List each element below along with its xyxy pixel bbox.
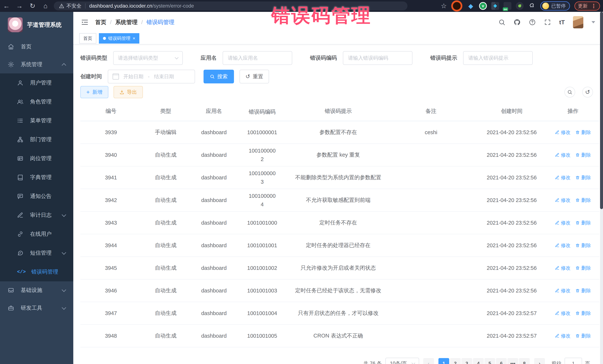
extension-grid-icon[interactable] [491, 2, 499, 10]
error-type-select[interactable]: 请选择错误码类型 [113, 51, 183, 65]
browser-update-button[interactable]: 更新 ⋮ [574, 1, 600, 11]
scrollbar-thumb[interactable] [600, 12, 603, 209]
extension-green-icon[interactable]: v [479, 2, 487, 10]
next-page-button[interactable]: › [534, 358, 545, 364]
edit-link[interactable]: 修改 [555, 129, 570, 136]
export-button[interactable]: 导出 [114, 86, 143, 98]
sidebar-item-roles[interactable]: 角色管理 [0, 92, 73, 111]
delete-link[interactable]: 删除 [575, 265, 591, 271]
security-label: 不安全 [66, 3, 81, 9]
fullscreen-icon[interactable] [544, 19, 551, 26]
edit-link[interactable]: 修改 [555, 265, 570, 271]
cell-code: 1001001003 [238, 286, 286, 295]
bookmark-star-icon[interactable]: ☆ [441, 2, 447, 10]
search-icon[interactable] [498, 19, 505, 26]
table-row: 3948 自动生成 dashboard 1001001005 CRON 表达式不… [80, 325, 599, 347]
tag-close-icon[interactable]: × [133, 36, 135, 41]
sidebar-item-online-users[interactable]: 在线用户 [0, 225, 73, 243]
sidebar-item-home[interactable]: 首页 [0, 38, 73, 55]
error-hint-input[interactable] [468, 55, 528, 61]
sidebar-item-audit-log[interactable]: 审计日志 [0, 206, 73, 225]
font-size-icon[interactable]: tT [559, 19, 565, 26]
page-button[interactable]: 1 [439, 358, 449, 364]
help-icon[interactable] [529, 19, 536, 26]
search-button[interactable]: 搜索 [204, 70, 234, 83]
error-hint-label: 错误码提示 [430, 54, 457, 62]
user-avatar[interactable] [573, 16, 583, 28]
sidebar-item-sms[interactable]: 短信管理 [0, 243, 73, 263]
refresh-table-button[interactable]: ↺ [582, 87, 593, 98]
delete-link[interactable]: 删除 [575, 174, 591, 181]
home-icon[interactable]: ⌂ [39, 0, 52, 12]
sidebar-item-dicts[interactable]: 字典管理 [0, 168, 73, 187]
collapse-sidebar-icon[interactable] [81, 19, 89, 26]
edit-link[interactable]: 修改 [555, 333, 570, 339]
profile-paused-badge[interactable]: 已暂停 [540, 1, 570, 11]
sidebar-item-error-code[interactable]: </> 错误码管理 [0, 263, 73, 281]
reload-icon[interactable]: ↻ [26, 0, 39, 12]
page-button[interactable]: 8 [519, 358, 530, 364]
back-icon[interactable]: ← [0, 0, 13, 12]
extension-gem-icon[interactable]: ◆ [467, 2, 475, 10]
pencil-icon [555, 175, 559, 180]
delete-link[interactable]: 删除 [575, 287, 591, 294]
page-button[interactable]: 3 [462, 358, 472, 364]
page-size-select[interactable]: 10条/页 [385, 358, 419, 364]
kebab-menu-icon[interactable]: ⋮ [591, 3, 596, 9]
goto-page-input[interactable] [565, 358, 582, 364]
toggle-search-button[interactable] [564, 87, 575, 98]
page-button[interactable]: 5 [485, 358, 495, 364]
edit-link[interactable]: 修改 [555, 220, 570, 226]
delete-link[interactable]: 删除 [575, 333, 591, 339]
breadcrumb-home[interactable]: 首页 [95, 19, 106, 26]
edit-link[interactable]: 修改 [555, 152, 570, 158]
sidebar-item-system[interactable]: 系统管理 [0, 55, 73, 73]
github-icon[interactable] [514, 19, 521, 26]
edit-link[interactable]: 修改 [555, 197, 570, 203]
reset-button[interactable]: ↺ 重置 [240, 70, 269, 83]
sidebar-item-menus[interactable]: 菜单管理 [0, 111, 73, 130]
prev-page-button[interactable]: ‹ [423, 358, 434, 364]
app-name-input[interactable] [227, 55, 287, 61]
forward-icon[interactable]: → [13, 0, 26, 12]
delete-link[interactable]: 删除 [575, 220, 591, 226]
sidebar-item-dev-tools[interactable]: 研发工具 [0, 299, 73, 317]
extension-ubuntu-icon[interactable] [451, 0, 462, 11]
sidebar-item-notices[interactable]: 通知公告 [0, 187, 73, 206]
avatar-caret-icon[interactable] [591, 21, 595, 23]
sidebar-item-users[interactable]: 用户管理 [0, 73, 73, 92]
sidebar-item-posts[interactable]: 岗位管理 [0, 149, 73, 168]
sidebar-item-infrastructure[interactable]: 基础设施 [0, 281, 73, 299]
page-button[interactable]: 6 [496, 358, 507, 364]
sidebar-item-departments[interactable]: 部门管理 [0, 130, 73, 149]
delete-link[interactable]: 删除 [575, 129, 591, 136]
delete-link[interactable]: 删除 [575, 310, 591, 317]
page-button[interactable]: ••• [508, 358, 518, 364]
breadcrumb-system[interactable]: 系统管理 [115, 19, 138, 26]
code-icon: </> [17, 269, 26, 275]
add-button-label: 新增 [93, 89, 103, 95]
not-secure-warning[interactable]: 不安全 [59, 3, 81, 9]
extension-switch-icon[interactable]: on [504, 2, 511, 10]
search-icon [567, 89, 572, 95]
cell-id: 3941 [80, 175, 141, 181]
cell-type: 自动生成 [141, 332, 190, 340]
add-button[interactable]: + 新增 [80, 86, 108, 98]
extensions-puzzle-icon[interactable] [528, 2, 536, 10]
edit-link[interactable]: 修改 [555, 310, 570, 317]
error-code-input[interactable] [348, 55, 408, 61]
date-range-picker[interactable]: 开始日期 - 结束日期 [108, 70, 195, 83]
delete-link[interactable]: 删除 [575, 152, 591, 158]
search-icon [210, 74, 215, 79]
extension-pin-icon[interactable] [516, 2, 524, 10]
edit-link[interactable]: 修改 [555, 287, 570, 294]
edit-link[interactable]: 修改 [555, 242, 570, 249]
page-button[interactable]: 2 [450, 358, 461, 364]
delete-link[interactable]: 删除 [575, 242, 591, 249]
tag-error-code[interactable]: 错误码管理 × [99, 33, 139, 44]
cell-actions: 修改 删除 [552, 310, 594, 317]
edit-link[interactable]: 修改 [555, 174, 570, 181]
page-button[interactable]: 4 [473, 358, 484, 364]
delete-link[interactable]: 删除 [575, 197, 591, 203]
tag-home[interactable]: 首页 [79, 33, 96, 44]
